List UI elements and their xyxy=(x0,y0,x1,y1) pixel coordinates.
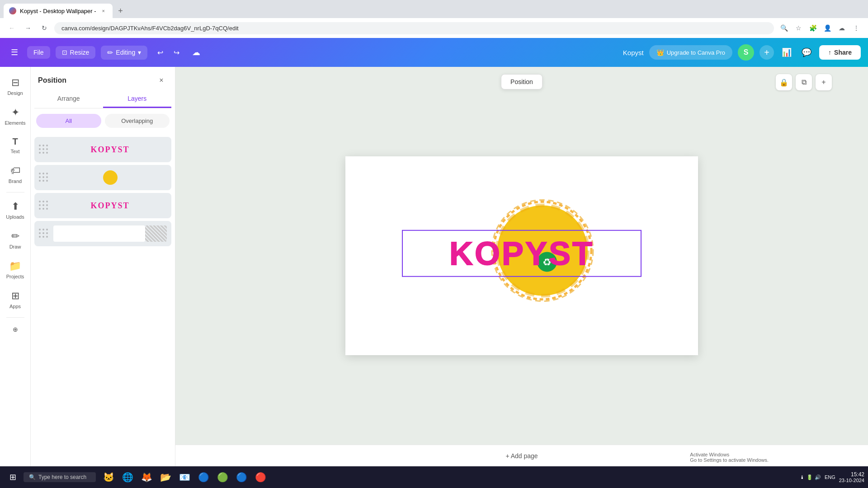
layer-bg-white xyxy=(53,225,145,242)
redo-button[interactable]: ↪ xyxy=(169,45,184,60)
main-layout: ⊟ Design ✦ Elements T Text 🏷 Brand ⬆ Upl… xyxy=(0,67,868,488)
layer-item[interactable]: KOPYST xyxy=(34,193,171,218)
projects-icon: 📁 xyxy=(9,260,21,272)
add-tab-button[interactable]: + xyxy=(114,5,127,17)
add-collaborator-button[interactable]: + xyxy=(760,45,774,60)
taskbar-app-5[interactable]: 🟢 xyxy=(213,468,231,486)
sidebar-item-draw[interactable]: ✏ Draw xyxy=(2,226,29,254)
taskbar-app-2[interactable]: 📂 xyxy=(156,468,175,486)
tab-layers[interactable]: Layers xyxy=(103,90,172,108)
project-name: Kopyst xyxy=(623,49,644,56)
filter-overlapping-button[interactable]: Overlapping xyxy=(105,114,170,128)
taskbar-app-edge[interactable]: 🌐 xyxy=(118,468,137,486)
taskbar-app-3[interactable]: 📧 xyxy=(175,468,193,486)
sidebar-item-apps[interactable]: ⊞ Apps xyxy=(2,286,29,314)
star-icon[interactable]: ☆ xyxy=(792,22,805,34)
extensions-icon[interactable]: 🧩 xyxy=(807,22,819,34)
extra-icon: ⊕ xyxy=(13,326,18,333)
taskbar-app-1[interactable]: 🦊 xyxy=(137,468,156,486)
elements-icon: ✦ xyxy=(11,107,19,118)
sidebar-item-design[interactable]: ⊟ Design xyxy=(2,72,29,100)
filter-all-button[interactable]: All xyxy=(36,114,101,128)
add-element-button[interactable]: + xyxy=(816,74,832,90)
volume-icon: 🔊 xyxy=(815,474,821,480)
layers-list: KOPYST xyxy=(31,133,175,250)
file-button[interactable]: File xyxy=(27,46,50,59)
resize-button[interactable]: ⊡ Resize xyxy=(56,46,96,59)
resize-icon: ⊡ xyxy=(62,49,67,56)
search-bar[interactable]: 🔍 Type here to search xyxy=(24,472,96,482)
layer-text-kopyst-2: KOPYST xyxy=(90,201,129,211)
layer-bg-pattern xyxy=(145,225,167,242)
reload-button[interactable]: ↻ xyxy=(38,22,51,34)
taskbar-app-4[interactable]: 🔵 xyxy=(194,468,212,486)
lock-button[interactable]: 🔒 xyxy=(776,74,792,90)
sidebar-item-label-uploads: Uploads xyxy=(6,214,24,220)
chevron-down-icon: ▾ xyxy=(138,49,141,56)
layer-item[interactable]: KOPYST xyxy=(34,137,171,162)
tab-arrange[interactable]: Arrange xyxy=(34,90,103,108)
sidebar-item-projects[interactable]: 📁 Projects xyxy=(2,256,29,284)
sync-icon[interactable]: ☁ xyxy=(835,22,848,34)
sidebar-item-label-text: Text xyxy=(10,149,19,154)
undo-button[interactable]: ↩ xyxy=(153,45,167,60)
panel-tabs: Arrange Layers xyxy=(34,90,171,108)
design-canvas[interactable]: ♻ KOPYST xyxy=(345,156,698,355)
forward-button[interactable]: → xyxy=(22,22,34,34)
windows-taskbar: ⊞ 🔍 Type here to search 🐱 🌐 🦊 📂 📧 🔵 🟢 🔵 … xyxy=(0,466,868,488)
share-icon: ↑ xyxy=(828,49,831,56)
taskbar-app-7[interactable]: 🔴 xyxy=(251,468,269,486)
layer-content xyxy=(53,170,167,185)
sidebar-item-elements[interactable]: ✦ Elements xyxy=(2,102,29,130)
cloud-save-button[interactable]: ☁ xyxy=(189,45,203,60)
editing-button[interactable]: ✏ Editing ▾ xyxy=(101,46,147,60)
brand-icon: 🏷 xyxy=(10,165,20,177)
layer-background xyxy=(53,225,167,242)
comments-button[interactable]: 💬 xyxy=(799,45,814,60)
canvas-wrapper: ♻ KOPYST xyxy=(175,67,868,445)
active-tab[interactable]: Kopyst - Desktop Wallpaper - × xyxy=(4,4,113,18)
back-button[interactable]: ← xyxy=(5,22,18,34)
sidebar-item-label-design: Design xyxy=(7,90,23,96)
taskbar-app-6[interactable]: 🔵 xyxy=(232,468,250,486)
start-button[interactable]: ⊞ xyxy=(4,468,22,486)
sidebar-item-brand[interactable]: 🏷 Brand xyxy=(2,160,29,188)
tab-close-button[interactable]: × xyxy=(100,7,107,14)
share-button[interactable]: ↑ Share xyxy=(819,45,861,60)
layer-item[interactable] xyxy=(34,221,171,246)
upgrade-button[interactable]: 👑 Upgrade to Canva Pro xyxy=(649,45,732,60)
add-page-bar[interactable]: + Add page xyxy=(175,445,868,466)
panel-header: Position × xyxy=(31,67,175,90)
drag-handle[interactable] xyxy=(39,229,49,239)
layer-content: KOPYST xyxy=(53,201,167,211)
sidebar-item-label-projects: Projects xyxy=(6,274,24,279)
header-right: Kopyst 👑 Upgrade to Canva Pro S + 📊 💬 ↑ … xyxy=(623,44,861,61)
url-input[interactable] xyxy=(54,22,774,34)
sidebar-item-extra[interactable]: ⊕ xyxy=(2,321,29,338)
position-tooltip: Position xyxy=(501,74,542,89)
pencil-icon: ✏ xyxy=(107,48,113,57)
sidebar-item-text[interactable]: T Text xyxy=(2,132,29,159)
analytics-button[interactable]: 📊 xyxy=(779,45,794,60)
panel-close-button[interactable]: × xyxy=(155,74,168,87)
sidebar-item-label-apps: Apps xyxy=(9,304,21,309)
avatar-button[interactable]: S xyxy=(738,44,754,61)
menu-button[interactable]: ☰ xyxy=(7,45,22,60)
drag-handle[interactable] xyxy=(39,173,49,183)
taskbar-apps: 🐱 🌐 🦊 📂 📧 🔵 🟢 🔵 🔴 xyxy=(99,468,269,486)
settings-icon[interactable]: ⋮ xyxy=(850,22,863,34)
drag-handle[interactable] xyxy=(39,201,49,211)
taskbar-app-file-explorer[interactable]: 🐱 xyxy=(99,468,118,486)
tab-favicon xyxy=(9,7,16,14)
profile-icon[interactable]: 👤 xyxy=(821,22,834,34)
drag-handle[interactable] xyxy=(39,145,49,155)
battery-icon: 🔋 xyxy=(807,474,813,480)
sidebar-item-label-elements: Elements xyxy=(5,120,26,126)
taskbar-right: 🌡 🔋 🔊 ENG 15:42 23-10-2024 xyxy=(800,471,864,483)
kopyst-selected-element[interactable]: KOPYST xyxy=(402,230,642,277)
taskbar-system-icons: 🌡 🔋 🔊 xyxy=(800,474,821,480)
layer-item[interactable] xyxy=(34,165,171,190)
sidebar-item-uploads[interactable]: ⬆ Uploads xyxy=(2,196,29,224)
copy-button[interactable]: ⧉ xyxy=(796,74,812,90)
layer-content: KOPYST xyxy=(53,145,167,155)
